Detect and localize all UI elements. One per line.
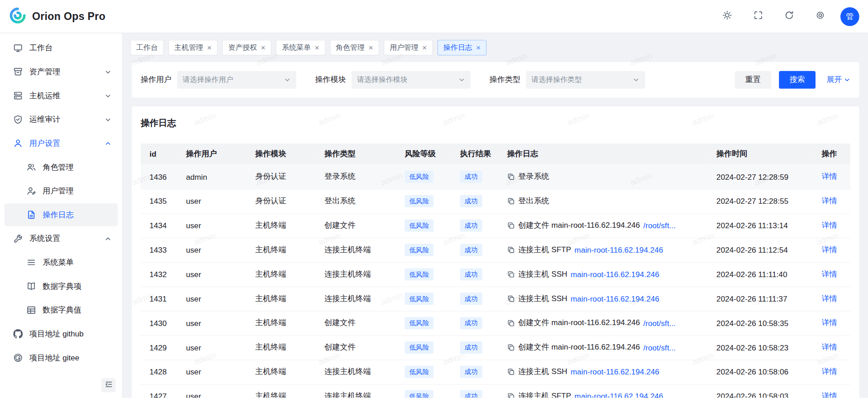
tab-close-icon[interactable]: × (315, 44, 319, 52)
copy-icon[interactable] (507, 197, 515, 205)
cell-type: 连接主机终端 (318, 384, 398, 398)
sidebar-item-system-menu[interactable]: 系统菜单 (5, 251, 118, 273)
sidebar-collapse-button[interactable] (101, 378, 116, 393)
tab-operation-log[interactable]: 操作日志× (437, 40, 487, 55)
sidebar-item-dict-items[interactable]: 数据字典项 (5, 275, 118, 297)
filter-select-operation-type[interactable]: 请选择操作类型 (526, 71, 645, 89)
fullscreen-button[interactable] (752, 10, 764, 23)
detail-link[interactable]: 详情 (821, 269, 837, 278)
sidebar-item-github[interactable]: 项目地址 github (5, 322, 118, 345)
tab-user-management[interactable]: 用户管理× (384, 40, 433, 55)
detail-link[interactable]: 详情 (821, 245, 837, 254)
table-row[interactable]: 1432user主机终端连接主机终端低风险成功连接主机 SSH main-roo… (141, 262, 850, 287)
tab-host-management[interactable]: 主机管理× (168, 40, 218, 55)
user-avatar[interactable]: 管 (840, 7, 859, 26)
menu-item-label: 主机运维 (29, 91, 61, 101)
sidebar-item-host-ops[interactable]: 主机运维 (5, 84, 118, 107)
refresh-icon (784, 10, 794, 22)
log-host-link[interactable]: /root/sft... (643, 343, 675, 352)
cell-log: 连接主机 SFTP main-root-116.62.194.246 (500, 238, 710, 262)
table-row[interactable]: 1436admin身份认证登录系统低风险成功登录系统2024-02-27 12:… (141, 165, 850, 189)
tab-close-icon[interactable]: × (369, 44, 373, 52)
risk-tag: 低风险 (405, 171, 434, 183)
table-row[interactable]: 1428user主机终端连接主机终端低风险成功连接主机 SSH main-roo… (141, 360, 850, 384)
select-placeholder: 请选择操作类型 (531, 75, 582, 85)
detail-link[interactable]: 详情 (821, 342, 837, 351)
sidebar-item-asset-management[interactable]: 资产管理 (5, 60, 118, 83)
table-row[interactable]: 1434user主机终端创建文件低风险成功创建文件 main-root-116.… (141, 213, 850, 238)
detail-link[interactable]: 详情 (821, 294, 837, 303)
tab-label: 用户管理 (389, 43, 418, 53)
sidebar-item-user-settings[interactable]: 用户设置 (5, 132, 118, 154)
host-icon (13, 91, 23, 101)
cell-id: 1430 (141, 311, 180, 336)
search-button[interactable]: 搜索 (779, 71, 816, 89)
sidebar-item-ops-audit[interactable]: 运维审计 (5, 108, 118, 131)
detail-link[interactable]: 详情 (821, 196, 837, 205)
sidebar-item-user-management[interactable]: 用户管理 (5, 180, 118, 202)
copy-icon[interactable] (507, 270, 515, 278)
filter-field-operation-type: 操作类型请选择操作类型 (489, 71, 645, 89)
filter-select-operation-module[interactable]: 请选择操作模块 (351, 71, 470, 89)
table-row[interactable]: 1431user主机终端连接主机终端低风险成功连接主机 SSH main-roo… (141, 287, 850, 311)
detail-link[interactable]: 详情 (821, 172, 837, 181)
theme-button[interactable] (721, 10, 733, 23)
table-row[interactable]: 1427user主机终端连接主机终端低风险成功连接主机 SFTP main-ro… (141, 384, 850, 398)
menu-item-label: 操作日志 (43, 210, 74, 220)
sidebar-item-dict-values[interactable]: 数据字典值 (5, 299, 118, 321)
menu-item-label: 资产管理 (29, 67, 61, 77)
log-host-link[interactable]: /root/sft... (643, 221, 675, 230)
cell-module: 主机终端 (249, 311, 318, 336)
tab-role-management[interactable]: 角色管理× (330, 40, 379, 55)
tab-close-icon[interactable]: × (476, 44, 481, 52)
detail-link[interactable]: 详情 (821, 391, 837, 398)
copy-icon[interactable] (507, 344, 515, 351)
sidebar-item-operation-log[interactable]: 操作日志 (5, 203, 118, 226)
refresh-button[interactable] (783, 10, 795, 23)
table-row[interactable]: 1429user主机终端创建文件低风险成功创建文件 main-root-116.… (141, 336, 850, 360)
column-header: 操作时间 (710, 144, 815, 165)
column-header: 操作 (815, 144, 850, 165)
sidebar-item-role-management[interactable]: 角色管理 (5, 156, 118, 178)
copy-icon[interactable] (507, 295, 515, 302)
sidebar-item-workbench[interactable]: 工作台 (5, 37, 118, 59)
table-row[interactable]: 1435user身份认证登出系统低风险成功登出系统2024-02-27 12:2… (141, 189, 850, 213)
copy-icon[interactable] (507, 246, 515, 254)
copy-icon[interactable] (507, 393, 515, 398)
tab-system-menu[interactable]: 系统菜单× (276, 40, 325, 55)
tab-close-icon[interactable]: × (207, 44, 212, 52)
filter-select-operation-user[interactable]: 请选择操作用户 (177, 71, 296, 89)
copy-icon[interactable] (507, 319, 515, 327)
log-host-link[interactable]: main-root-116.62.194.246 (574, 392, 663, 398)
sidebar-item-system-settings[interactable]: 系统设置 (5, 227, 118, 250)
sidebar-item-gitee[interactable]: 项目地址 gitee (5, 346, 118, 369)
app-header: Orion Ops Pro 管 (0, 0, 868, 33)
table-row[interactable]: 1433user主机终端连接主机终端低风险成功连接主机 SFTP main-ro… (141, 238, 850, 262)
copy-icon[interactable] (507, 173, 515, 181)
log-host-link[interactable]: main-root-116.62.194.246 (571, 294, 659, 303)
result-tag: 成功 (460, 341, 482, 354)
expand-toggle[interactable]: 展开 (826, 75, 850, 85)
detail-link[interactable]: 详情 (821, 367, 837, 376)
table-row[interactable]: 1430user主机终端创建文件低风险成功创建文件 main-root-116.… (141, 311, 850, 336)
cell-module: 主机终端 (249, 262, 318, 287)
tab-close-icon[interactable]: × (422, 44, 427, 52)
reset-button[interactable]: 重置 (735, 71, 771, 89)
tab-workbench[interactable]: 工作台 (130, 40, 164, 55)
log-host-link[interactable]: main-root-116.62.194.246 (571, 270, 659, 279)
gitee-icon (13, 353, 23, 363)
cell-log: 登录系统 (500, 165, 710, 189)
copy-icon[interactable] (507, 368, 515, 376)
detail-link[interactable]: 详情 (821, 318, 837, 327)
detail-link[interactable]: 详情 (821, 221, 837, 230)
menu-item-label: 项目地址 gitee (29, 353, 79, 363)
tab-close-icon[interactable]: × (261, 44, 266, 52)
tab-asset-authorization[interactable]: 资产授权× (222, 40, 271, 55)
table-card: 操作日志 id操作用户操作模块操作类型风险等级执行结果操作日志操作时间操作 14… (132, 106, 859, 398)
log-host-link[interactable]: /root/sft... (643, 319, 675, 328)
log-host-link[interactable]: main-root-116.62.194.246 (574, 245, 663, 254)
settings-button[interactable] (814, 10, 826, 23)
log-host-link[interactable]: main-root-116.62.194.246 (571, 368, 659, 377)
app-logo[interactable]: Orion Ops Pro (9, 6, 106, 26)
copy-icon[interactable] (507, 222, 515, 230)
